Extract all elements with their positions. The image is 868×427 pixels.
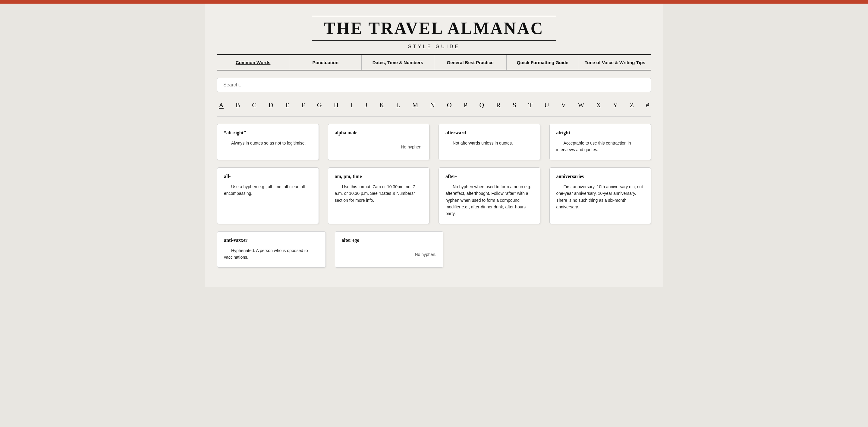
card-afterward: afterward Not afterwards unless in quote…	[438, 124, 540, 160]
card-body-short: No hyphen.	[335, 144, 423, 150]
alphabet-row: A B C D E F G H I J K L M N O P Q R S T …	[217, 97, 651, 117]
card-alpha-male: alpha male No hyphen.	[328, 124, 430, 160]
card-body: Use a hyphen e.g., all-time, all-clear, …	[224, 184, 312, 197]
card-term: alpha male	[335, 130, 423, 135]
card-term: all-	[224, 174, 312, 179]
cards-row-3: anti-vaxxer Hyphenated. A person who is …	[217, 231, 651, 268]
card-term: am, pm, time	[335, 174, 423, 179]
header: THE TRAVEL ALMANAC STYLE GUIDE	[217, 4, 651, 55]
nav-bar: Common Words Punctuation Dates, Time & N…	[217, 55, 651, 70]
alpha-T[interactable]: T	[527, 100, 534, 110]
alpha-Q[interactable]: Q	[477, 100, 486, 110]
card-body: Not afterwards unless in quotes.	[445, 140, 533, 146]
card-body: Always in quotes so as not to legitimise…	[224, 140, 312, 146]
page-title: THE TRAVEL ALMANAC	[312, 15, 556, 41]
alpha-S[interactable]: S	[511, 100, 518, 110]
card-body: Acceptable to use this contraction in in…	[556, 140, 644, 153]
card-body-short: No hyphen.	[342, 252, 437, 257]
nav-item-tone[interactable]: Tone of Voice & Writing Tips	[579, 55, 651, 70]
card-anti-vaxxer: anti-vaxxer Hyphenated. A person who is …	[217, 231, 326, 268]
card-body: First anniversary, 10th anniversary etc;…	[556, 184, 644, 210]
card-alright: alright Acceptable to use this contracti…	[550, 124, 651, 160]
alpha-M[interactable]: M	[410, 100, 420, 110]
alpha-I[interactable]: I	[349, 100, 354, 110]
nav-item-formatting[interactable]: Quick Formatting Guide	[507, 55, 579, 70]
page-wrapper: THE TRAVEL ALMANAC STYLE GUIDE Common Wo…	[205, 4, 663, 287]
card-term: anniversaries	[556, 174, 644, 179]
alpha-V[interactable]: V	[559, 100, 568, 110]
card-after-hyphen: after- No hyphen when used to form a nou…	[438, 167, 540, 224]
nav-item-general[interactable]: General Best Practice	[434, 55, 507, 70]
alpha-C[interactable]: C	[250, 100, 258, 110]
alpha-R[interactable]: R	[494, 100, 502, 110]
card-term: alter ego	[342, 238, 437, 243]
card-term: alright	[556, 130, 644, 135]
alpha-D[interactable]: D	[267, 100, 275, 110]
card-all-hyphen: all- Use a hyphen e.g., all-time, all-cl…	[217, 167, 319, 224]
card-term: afterward	[445, 130, 533, 135]
alpha-Z[interactable]: Z	[628, 100, 635, 110]
alpha-F[interactable]: F	[300, 100, 307, 110]
alpha-B[interactable]: B	[234, 100, 242, 110]
nav-item-common-words[interactable]: Common Words	[217, 55, 289, 70]
cards-row-1: “alt-right” Always in quotes so as not t…	[217, 124, 651, 160]
card-body: Hyphenated. A person who is opposed to v…	[224, 247, 319, 261]
alpha-J[interactable]: J	[363, 100, 369, 110]
alpha-X[interactable]: X	[594, 100, 603, 110]
card-term: “alt-right”	[224, 130, 312, 135]
alpha-U[interactable]: U	[542, 100, 551, 110]
search-input[interactable]	[217, 78, 651, 92]
alpha-L[interactable]: L	[394, 100, 402, 110]
alpha-G[interactable]: G	[315, 100, 324, 110]
card-term: after-	[445, 174, 533, 179]
nav-item-dates[interactable]: Dates, Time & Numbers	[362, 55, 434, 70]
card-term: anti-vaxxer	[224, 238, 319, 243]
card-body: Use this format: 7am or 10.30pm; not 7 a…	[335, 184, 423, 203]
alpha-H[interactable]: H	[332, 100, 340, 110]
alpha-N[interactable]: N	[428, 100, 437, 110]
alpha-W[interactable]: W	[576, 100, 586, 110]
alpha-E[interactable]: E	[283, 100, 291, 110]
card-am-pm: am, pm, time Use this format: 7am or 10.…	[328, 167, 430, 224]
card-alt-right: “alt-right” Always in quotes so as not t…	[217, 124, 319, 160]
card-anniversaries: anniversaries First anniversary, 10th an…	[550, 167, 651, 224]
search-container	[217, 70, 651, 97]
card-body: No hyphen when used to form a noun e.g.,…	[445, 184, 533, 217]
nav-item-punctuation[interactable]: Punctuation	[289, 55, 362, 70]
empty-col-3	[453, 231, 547, 268]
alpha-Y[interactable]: Y	[611, 100, 620, 110]
alpha-hash[interactable]: #	[644, 100, 651, 110]
empty-col-4	[556, 231, 651, 268]
alpha-A[interactable]: A	[217, 100, 225, 110]
card-alter-ego: alter ego No hyphen.	[335, 231, 444, 268]
alpha-P[interactable]: P	[462, 100, 469, 110]
page-subtitle: STYLE GUIDE	[217, 44, 651, 50]
cards-row-2: all- Use a hyphen e.g., all-time, all-cl…	[217, 167, 651, 224]
alpha-K[interactable]: K	[378, 100, 386, 110]
alpha-O[interactable]: O	[445, 100, 454, 110]
